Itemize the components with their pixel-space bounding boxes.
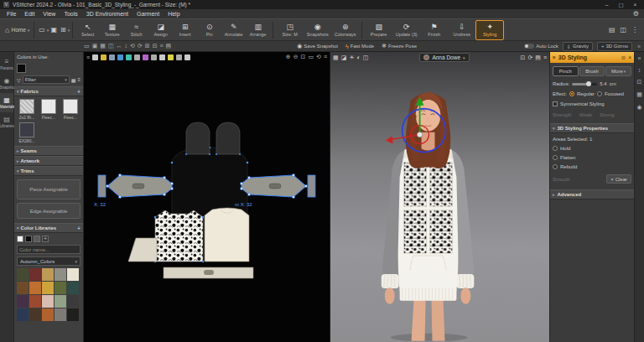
brush-button[interactable]: Brush <box>579 66 605 76</box>
pattern-piece-hood-left[interactable] <box>185 122 210 155</box>
fabric-item[interactable]: 2x2 Ri... <box>17 99 37 120</box>
grid-icon[interactable]: ▦ <box>636 91 642 98</box>
pattern-canvas[interactable]: X: 32 m X: 32 <box>84 52 330 342</box>
menu-garment[interactable]: Garment <box>132 11 164 17</box>
contrast-icon[interactable]: ◐ <box>357 54 361 60</box>
2d-toolbar-icon[interactable] <box>151 54 157 60</box>
smooth-button[interactable]: Smooth <box>553 177 570 182</box>
close-panel-icon[interactable]: × <box>628 54 631 60</box>
palette-swatch[interactable] <box>17 308 29 321</box>
pattern-piece-hood-right[interactable] <box>216 122 241 155</box>
pattern-piece-waistband[interactable] <box>164 267 253 278</box>
slider-knob[interactable] <box>586 81 591 86</box>
pattern-piece-left-cuff[interactable] <box>98 175 106 197</box>
tool-select-button[interactable]: ↖ Select <box>75 23 100 37</box>
piece-assignable-dropzone[interactable]: Piece Assignable <box>17 179 80 200</box>
2d-toolbar-icon[interactable] <box>159 54 165 60</box>
rail-materials[interactable]: ▦ Materials <box>0 93 13 112</box>
radius-slider[interactable] <box>572 83 597 86</box>
artwork-section-header[interactable]: ▸ Artwork <box>14 156 83 166</box>
finish-button[interactable]: ⚑ Finish <box>420 23 448 37</box>
library-swatch[interactable] <box>34 236 40 242</box>
effect-regular-radio[interactable] <box>569 91 574 96</box>
view-settings-icon[interactable]: ≡ <box>543 54 547 60</box>
size-selector[interactable]: ◳ Size: M <box>276 23 304 37</box>
palette-swatch[interactable] <box>17 295 29 308</box>
view-options-icon[interactable]: ≡ <box>324 54 327 60</box>
fabric-item[interactable]: Fleec... <box>60 99 80 120</box>
palette-swatch[interactable] <box>55 308 66 321</box>
color-in-use-swatch[interactable] <box>17 64 26 73</box>
fabric-thumbnail[interactable] <box>19 122 34 137</box>
overflow-menu-icon[interactable]: ⋮ <box>629 26 641 34</box>
rotate-view-icon[interactable]: ⟲ <box>316 54 321 60</box>
styling-properties-section-header[interactable]: ▾ 3D Styling Properties <box>550 123 634 133</box>
2d-toolbar-icon[interactable] <box>184 54 190 60</box>
palette-swatch[interactable] <box>55 282 66 294</box>
library-swatch[interactable] <box>17 236 23 242</box>
gravity-button[interactable]: ⇩ Gravity <box>563 42 593 51</box>
filter-funnel-icon[interactable]: ▽ <box>17 77 21 83</box>
auto-lock-toggle[interactable]: Auto Lock <box>524 44 558 49</box>
fast-mode-toggle[interactable]: ϟ Fast Mode <box>345 44 374 49</box>
panel-menu-icon[interactable]: ≡ <box>553 54 556 60</box>
radius-value[interactable]: 5.4 <box>600 81 606 86</box>
palette-swatch[interactable] <box>29 308 41 321</box>
2d-tool-icon[interactable]: ◫ <box>108 43 114 49</box>
pattern-piece-back-cream[interactable] <box>205 208 249 262</box>
tool-stitch-button[interactable]: ≈ Stitch <box>124 23 148 37</box>
split-view-icon[interactable]: ◫ <box>363 54 369 61</box>
scene-icon[interactable]: ▦ <box>333 54 339 61</box>
add-color-library-button[interactable]: + <box>77 225 80 231</box>
home-button[interactable]: ⌂ Home ▾ <box>3 26 31 34</box>
tool-assign-button[interactable]: ◪ Assign <box>148 23 173 37</box>
fabric-thumbnail[interactable] <box>41 99 56 114</box>
palette-swatch[interactable] <box>42 308 54 321</box>
gizmo-center-handle[interactable] <box>417 132 422 137</box>
fabric-item[interactable]: Fleec... <box>39 99 59 120</box>
edge-assignable-dropzone[interactable]: Edge Assignable <box>17 203 80 219</box>
colorways-button[interactable]: ⊛ Colorways <box>331 23 359 37</box>
symmetrical-styling-checkbox[interactable] <box>553 101 558 106</box>
gear-icon[interactable]: ⚙ <box>631 10 641 18</box>
collapse-panel-icon[interactable]: » <box>637 44 641 49</box>
palette-swatch[interactable] <box>29 282 41 294</box>
2d-tool-icon[interactable]: ▤ <box>166 43 172 49</box>
menu-3d-environment[interactable]: 3D Environment <box>82 11 132 17</box>
2d-tool-icon[interactable]: ⊟ <box>153 43 158 49</box>
2d-tool-icon[interactable]: ↔ <box>117 43 122 49</box>
layout-icon[interactable]: ◫ <box>617 26 629 34</box>
palette-swatch[interactable] <box>17 282 29 294</box>
rebuild-radio[interactable] <box>553 164 558 169</box>
2d-tool-icon[interactable]: ↕ <box>125 43 128 49</box>
tool-insert-button[interactable]: ⊞ Insert <box>173 23 197 37</box>
close-button[interactable]: × <box>630 2 641 8</box>
palette-swatch[interactable] <box>67 295 79 308</box>
palette-swatch[interactable] <box>67 268 79 281</box>
snapshots-button[interactable]: ◉ Snapshots <box>304 23 331 37</box>
record-icon[interactable]: ◉ <box>636 104 641 111</box>
flatten-radio[interactable] <box>553 155 558 160</box>
chevron-down-icon[interactable]: ▾ <box>68 28 70 33</box>
2d-toolbar-icon[interactable] <box>126 54 132 60</box>
2d-pattern-view[interactable]: ≡ ⊕ ⊖ ⊡ ▭ ⟲ ≡ <box>84 52 330 342</box>
list-view-icon[interactable]: ≡ <box>77 77 80 82</box>
palette-swatch[interactable] <box>42 282 54 294</box>
fabric-thumbnail[interactable] <box>19 99 34 114</box>
pattern-piece-left-sleeve[interactable] <box>106 174 173 198</box>
2d-toolbar-icon[interactable] <box>92 54 98 60</box>
pattern-piece-right-sleeve[interactable] <box>241 174 307 198</box>
prepare-button[interactable]: ▧ Prepare <box>365 23 392 37</box>
frame-icon[interactable]: ▭ <box>308 54 314 60</box>
freeze-pose-toggle[interactable]: ❄ Freeze Pose <box>382 43 417 49</box>
fit-view-icon[interactable]: ⊡ <box>521 54 526 61</box>
2d-toolbar-icon[interactable] <box>176 54 182 60</box>
pattern-piece-pocket[interactable] <box>128 238 157 262</box>
pin-panel-icon[interactable]: ⊙ <box>621 54 626 61</box>
viewport-icon[interactable]: ⊡ <box>637 79 642 86</box>
2d-tool-icon[interactable]: ⟳ <box>138 43 143 49</box>
trims-section-header[interactable]: ▾ Trims <box>14 166 83 176</box>
fabrics-section-header[interactable]: ▾ Fabrics + <box>14 86 83 96</box>
minimize-button[interactable]: – <box>601 2 612 8</box>
palette-swatch[interactable] <box>42 268 54 281</box>
